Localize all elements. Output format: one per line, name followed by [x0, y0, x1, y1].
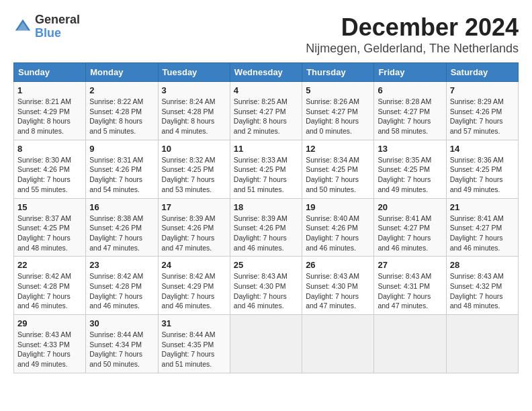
day-number: 14 [450, 144, 515, 154]
day-number: 13 [378, 144, 442, 154]
calendar-cell: 9Sunrise: 8:31 AM Sunset: 4:26 PM Daylig… [86, 140, 158, 198]
calendar-cell: 4Sunrise: 8:25 AM Sunset: 4:27 PM Daylig… [230, 82, 302, 140]
day-number: 31 [162, 318, 226, 328]
day-info: Sunrise: 8:42 AM Sunset: 4:28 PM Dayligh… [17, 271, 82, 311]
calendar-cell: 26Sunrise: 8:43 AM Sunset: 4:30 PM Dayli… [302, 257, 374, 315]
day-number: 23 [89, 260, 154, 270]
day-number: 28 [450, 260, 515, 270]
calendar-cell: 23Sunrise: 8:42 AM Sunset: 4:28 PM Dayli… [86, 257, 158, 315]
day-info: Sunrise: 8:44 AM Sunset: 4:35 PM Dayligh… [162, 330, 226, 369]
calendar-cell: 13Sunrise: 8:35 AM Sunset: 4:25 PM Dayli… [374, 140, 446, 198]
day-info: Sunrise: 8:35 AM Sunset: 4:25 PM Dayligh… [378, 155, 442, 195]
calendar-cell: 2Sunrise: 8:22 AM Sunset: 4:28 PM Daylig… [86, 82, 158, 140]
day-number: 30 [89, 318, 154, 328]
calendar-cell: 22Sunrise: 8:42 AM Sunset: 4:28 PM Dayli… [14, 257, 86, 315]
day-info: Sunrise: 8:38 AM Sunset: 4:26 PM Dayligh… [89, 214, 154, 253]
page-title: December 2024 [306, 13, 519, 42]
calendar-cell: 11Sunrise: 8:33 AM Sunset: 4:25 PM Dayli… [230, 140, 302, 198]
day-info: Sunrise: 8:43 AM Sunset: 4:30 PM Dayligh… [234, 271, 298, 311]
day-info: Sunrise: 8:36 AM Sunset: 4:25 PM Dayligh… [450, 155, 515, 195]
day-info: Sunrise: 8:22 AM Sunset: 4:28 PM Dayligh… [89, 97, 154, 136]
calendar-cell: 7Sunrise: 8:29 AM Sunset: 4:26 PM Daylig… [446, 82, 518, 140]
weekday-header-row: SundayMondayTuesdayWednesdayThursdayFrid… [14, 63, 519, 82]
day-number: 25 [234, 260, 298, 270]
calendar-table: SundayMondayTuesdayWednesdayThursdayFrid… [13, 62, 519, 373]
day-number: 22 [17, 260, 82, 270]
calendar-cell [446, 315, 518, 373]
day-info: Sunrise: 8:39 AM Sunset: 4:26 PM Dayligh… [234, 214, 298, 253]
day-number: 9 [89, 144, 154, 154]
day-info: Sunrise: 8:26 AM Sunset: 4:27 PM Dayligh… [306, 97, 370, 136]
calendar-cell: 30Sunrise: 8:44 AM Sunset: 4:34 PM Dayli… [86, 315, 158, 373]
weekday-thursday: Thursday [302, 63, 374, 82]
logo-text: General Blue [35, 13, 80, 40]
day-info: Sunrise: 8:39 AM Sunset: 4:26 PM Dayligh… [162, 214, 226, 253]
calendar-cell: 16Sunrise: 8:38 AM Sunset: 4:26 PM Dayli… [86, 198, 158, 257]
day-number: 21 [450, 202, 515, 212]
calendar-cell: 8Sunrise: 8:30 AM Sunset: 4:26 PM Daylig… [14, 140, 86, 198]
weekday-friday: Friday [374, 63, 446, 82]
calendar-cell [374, 315, 446, 373]
day-info: Sunrise: 8:28 AM Sunset: 4:27 PM Dayligh… [378, 97, 442, 136]
day-info: Sunrise: 8:41 AM Sunset: 4:27 PM Dayligh… [450, 214, 515, 253]
day-info: Sunrise: 8:32 AM Sunset: 4:25 PM Dayligh… [162, 155, 226, 195]
day-info: Sunrise: 8:29 AM Sunset: 4:26 PM Dayligh… [450, 97, 515, 136]
day-info: Sunrise: 8:30 AM Sunset: 4:26 PM Dayligh… [17, 155, 82, 195]
day-number: 29 [17, 318, 82, 328]
day-number: 7 [450, 85, 515, 95]
day-info: Sunrise: 8:24 AM Sunset: 4:28 PM Dayligh… [162, 97, 226, 136]
day-number: 27 [378, 260, 442, 270]
day-number: 26 [306, 260, 370, 270]
calendar-cell: 12Sunrise: 8:34 AM Sunset: 4:25 PM Dayli… [302, 140, 374, 198]
title-block: December 2024 Nijmegen, Gelderland, The … [306, 13, 519, 56]
day-number: 4 [234, 85, 298, 95]
logo-line1: General [35, 13, 80, 27]
day-number: 17 [162, 202, 226, 212]
day-number: 12 [306, 144, 370, 154]
calendar-cell: 19Sunrise: 8:40 AM Sunset: 4:26 PM Dayli… [302, 198, 374, 257]
day-info: Sunrise: 8:33 AM Sunset: 4:25 PM Dayligh… [234, 155, 298, 195]
calendar-week-3: 15Sunrise: 8:37 AM Sunset: 4:25 PM Dayli… [14, 198, 519, 257]
day-number: 2 [89, 85, 154, 95]
day-number: 8 [17, 144, 82, 154]
weekday-wednesday: Wednesday [230, 63, 302, 82]
calendar-cell: 24Sunrise: 8:42 AM Sunset: 4:29 PM Dayli… [158, 257, 230, 315]
day-number: 11 [234, 144, 298, 154]
calendar-cell [302, 315, 374, 373]
day-number: 5 [306, 85, 370, 95]
day-number: 20 [378, 202, 442, 212]
calendar-week-4: 22Sunrise: 8:42 AM Sunset: 4:28 PM Dayli… [14, 257, 519, 315]
day-number: 19 [306, 202, 370, 212]
calendar-cell: 18Sunrise: 8:39 AM Sunset: 4:26 PM Dayli… [230, 198, 302, 257]
logo: General Blue [13, 13, 80, 40]
day-info: Sunrise: 8:31 AM Sunset: 4:26 PM Dayligh… [89, 155, 154, 195]
calendar-cell: 29Sunrise: 8:43 AM Sunset: 4:33 PM Dayli… [14, 315, 86, 373]
day-number: 16 [89, 202, 154, 212]
calendar-header: SundayMondayTuesdayWednesdayThursdayFrid… [14, 63, 519, 82]
day-number: 15 [17, 202, 82, 212]
calendar-cell: 27Sunrise: 8:43 AM Sunset: 4:31 PM Dayli… [374, 257, 446, 315]
day-number: 24 [162, 260, 226, 270]
calendar-week-2: 8Sunrise: 8:30 AM Sunset: 4:26 PM Daylig… [14, 140, 519, 198]
calendar-cell: 15Sunrise: 8:37 AM Sunset: 4:25 PM Dayli… [14, 198, 86, 257]
day-number: 1 [17, 85, 82, 95]
page-header: General Blue December 2024 Nijmegen, Gel… [13, 13, 519, 56]
day-info: Sunrise: 8:43 AM Sunset: 4:33 PM Dayligh… [17, 330, 82, 369]
day-info: Sunrise: 8:43 AM Sunset: 4:30 PM Dayligh… [306, 271, 370, 311]
page-subtitle: Nijmegen, Gelderland, The Netherlands [306, 42, 519, 56]
day-info: Sunrise: 8:43 AM Sunset: 4:32 PM Dayligh… [450, 271, 515, 311]
calendar-cell: 20Sunrise: 8:41 AM Sunset: 4:27 PM Dayli… [374, 198, 446, 257]
logo-line2: Blue [35, 27, 80, 40]
calendar-cell: 25Sunrise: 8:43 AM Sunset: 4:30 PM Dayli… [230, 257, 302, 315]
calendar-cell: 17Sunrise: 8:39 AM Sunset: 4:26 PM Dayli… [158, 198, 230, 257]
calendar-cell: 3Sunrise: 8:24 AM Sunset: 4:28 PM Daylig… [158, 82, 230, 140]
day-info: Sunrise: 8:41 AM Sunset: 4:27 PM Dayligh… [378, 214, 442, 253]
calendar-cell: 6Sunrise: 8:28 AM Sunset: 4:27 PM Daylig… [374, 82, 446, 140]
calendar-cell: 10Sunrise: 8:32 AM Sunset: 4:25 PM Dayli… [158, 140, 230, 198]
day-number: 10 [162, 144, 226, 154]
day-info: Sunrise: 8:42 AM Sunset: 4:28 PM Dayligh… [89, 271, 154, 311]
calendar-cell: 14Sunrise: 8:36 AM Sunset: 4:25 PM Dayli… [446, 140, 518, 198]
day-number: 6 [378, 85, 442, 95]
day-info: Sunrise: 8:21 AM Sunset: 4:29 PM Dayligh… [17, 97, 82, 136]
calendar-cell: 28Sunrise: 8:43 AM Sunset: 4:32 PM Dayli… [446, 257, 518, 315]
